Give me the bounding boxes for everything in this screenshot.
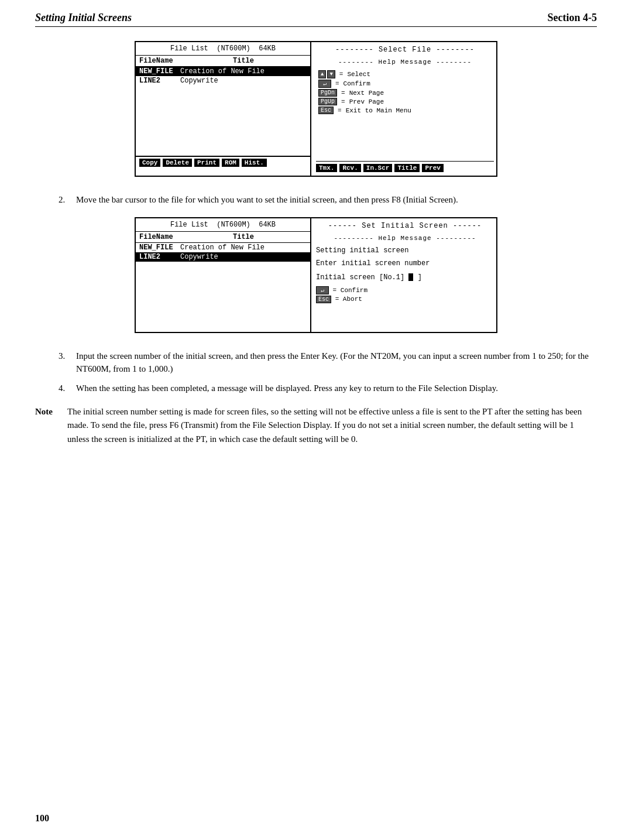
table-row[interactable]: LINE2 Copywrite bbox=[136, 76, 310, 85]
confirm-label: Confirm bbox=[344, 80, 370, 87]
body-item-3: 3. Input the screen number of the initia… bbox=[59, 349, 597, 376]
col-filename2: FileName bbox=[139, 233, 180, 241]
row-title: Creation of New File bbox=[180, 244, 307, 252]
page-number: 100 bbox=[35, 813, 49, 824]
copy-button[interactable]: Copy bbox=[139, 159, 160, 167]
key-item-pgup: PgUp = Prev Page bbox=[318, 98, 494, 105]
screen1-left-panel: File List (NT600M) 64KB FileName Title N… bbox=[136, 42, 311, 176]
eq-sign: = bbox=[338, 107, 342, 114]
help-message-label: -------- Help Message -------- bbox=[316, 59, 494, 66]
screen1-container: File List (NT600M) 64KB FileName Title N… bbox=[35, 41, 597, 177]
select-file-label: -------- Select File -------- bbox=[316, 46, 494, 54]
esc-key-icon: Esc bbox=[318, 107, 334, 114]
screen2-col-headers: FileName Title bbox=[136, 232, 310, 243]
paragraph3-4: 3. Input the screen number of the initia… bbox=[59, 349, 597, 395]
confirm-keys: ↵ = Confirm Esc = Abort bbox=[316, 286, 494, 303]
key-item-select: ▲ ▼ = Select bbox=[318, 70, 494, 78]
body-item-2: 2. Move the bar cursor to the file for w… bbox=[59, 193, 597, 207]
esc-key-icon2: Esc bbox=[316, 296, 331, 303]
table-row[interactable]: NEW_FILE Creation of New File bbox=[136, 67, 310, 76]
item-num-4: 4. bbox=[59, 382, 76, 395]
print-button[interactable]: Print bbox=[194, 159, 219, 167]
inscr-button[interactable]: In.Scr bbox=[363, 164, 393, 172]
row-name: NEW_FILE bbox=[139, 244, 180, 252]
abort-key-item: Esc = Abort bbox=[316, 296, 494, 303]
exit-label: Exit to Main Menu bbox=[346, 107, 411, 114]
tmx-button[interactable]: Tmx. bbox=[316, 164, 337, 172]
col-title: Title bbox=[180, 57, 307, 65]
key-item-esc: Esc = Exit to Main Menu bbox=[318, 107, 494, 114]
row-name: LINE2 bbox=[139, 77, 180, 85]
screen1-right-panel: -------- Select File -------- -------- H… bbox=[311, 42, 499, 176]
initial-input-row: Initial screen [No.1] ] bbox=[316, 273, 494, 282]
hist-button[interactable]: Hist. bbox=[242, 159, 267, 167]
model-label: (NT600M) bbox=[217, 44, 250, 53]
screen2-left-panel: File List (NT600M) 64KB FileName Title N… bbox=[136, 218, 311, 332]
enter-key-icon: ↵ bbox=[318, 80, 331, 88]
item-num-3: 3. bbox=[59, 349, 76, 376]
paragraph2: 2. Move the bar cursor to the file for w… bbox=[59, 193, 597, 207]
confirm-key-item: ↵ = Confirm bbox=[316, 286, 494, 294]
rom-button[interactable]: ROM bbox=[222, 159, 239, 167]
rcv-button[interactable]: Rcv. bbox=[339, 164, 360, 172]
item-text-4: When the setting has been completed, a m… bbox=[76, 382, 597, 395]
table-row[interactable]: LINE2 Copywrite bbox=[136, 252, 310, 262]
key-item-pgdn: PgDn = Next Page bbox=[318, 89, 494, 97]
confirm-key-label: = Confirm bbox=[333, 287, 367, 294]
row-title: Copywrite bbox=[180, 253, 307, 261]
setting-text: Setting initial screen bbox=[316, 246, 494, 255]
pgup-key-icon: PgUp bbox=[318, 98, 337, 105]
screen1-footer: Copy Delete Print ROM Hist. bbox=[136, 156, 310, 169]
key-item-confirm: ↵ = Confirm bbox=[318, 80, 494, 88]
screen1-box: File List (NT600M) 64KB FileName Title N… bbox=[135, 41, 497, 177]
note-label: Note bbox=[35, 405, 67, 446]
row-title: Creation of New File bbox=[180, 67, 307, 76]
row-name: LINE2 bbox=[139, 253, 180, 261]
file-list-label: File List bbox=[170, 44, 208, 53]
enter-key-icon2: ↵ bbox=[316, 286, 329, 294]
header-right: Section 4-5 bbox=[548, 12, 597, 24]
note-text: The initial screen number setting is mad… bbox=[67, 405, 597, 446]
screen2-header: File List (NT600M) 64KB bbox=[136, 218, 310, 232]
set-initial-screen-label: ------ Set Initial Screen ------ bbox=[316, 222, 494, 230]
table-row[interactable]: NEW_FILE Creation of New File bbox=[136, 243, 310, 252]
eq-sign: = bbox=[341, 90, 345, 97]
eq-sign: = bbox=[339, 71, 344, 78]
model-label2: (NT600M) bbox=[217, 221, 250, 229]
item-num-2: 2. bbox=[59, 193, 76, 207]
help-message-label2: --------- Help Message --------- bbox=[316, 235, 494, 242]
header-left: Setting Initial Screens bbox=[35, 12, 132, 24]
body-item-4: 4. When the setting has been completed, … bbox=[59, 382, 597, 395]
initial-screen-label: Initial screen [No.1] bbox=[316, 273, 404, 282]
file-list-label2: File List bbox=[170, 221, 208, 229]
select-label: Select bbox=[347, 71, 370, 78]
cursor-icon bbox=[408, 273, 413, 281]
col-title2: Title bbox=[180, 233, 307, 241]
delete-button[interactable]: Delete bbox=[163, 159, 192, 167]
prev-page-label: Prev Page bbox=[349, 98, 384, 105]
next-page-label: Next Page bbox=[349, 90, 384, 97]
screen2-container: File List (NT600M) 64KB FileName Title N… bbox=[35, 217, 597, 333]
key-list: ▲ ▼ = Select ↵ = Confirm PgDn = N bbox=[316, 70, 494, 114]
eq-sign: = bbox=[335, 80, 339, 87]
col-filename: FileName bbox=[139, 57, 180, 65]
up-arrow-icon: ▲ bbox=[318, 70, 326, 78]
size-label2: 64KB bbox=[259, 221, 276, 229]
eq-sign: = bbox=[341, 98, 345, 105]
row-name: NEW_FILE bbox=[139, 67, 180, 76]
title-button[interactable]: Title bbox=[394, 164, 420, 172]
abort-key-label: = Abort bbox=[335, 296, 362, 303]
screen1-header: File List (NT600M) 64KB bbox=[136, 42, 310, 56]
item-text-2: Move the bar cursor to the file for whic… bbox=[76, 193, 597, 207]
row-title: Copywrite bbox=[180, 77, 307, 85]
page-header: Setting Initial Screens Section 4-5 bbox=[35, 12, 597, 27]
arrow-keys: ▲ ▼ bbox=[318, 70, 335, 78]
prev-button[interactable]: Prev bbox=[422, 164, 443, 172]
screen1-col-headers: FileName Title bbox=[136, 56, 310, 67]
empty-area2 bbox=[136, 262, 310, 332]
empty-area bbox=[136, 85, 310, 156]
down-arrow-icon: ▼ bbox=[327, 70, 335, 78]
enter-text: Enter initial screen number bbox=[316, 259, 494, 268]
size-label: 64KB bbox=[259, 44, 276, 53]
screen2-right-panel: ------ Set Initial Screen ------ -------… bbox=[311, 218, 499, 332]
